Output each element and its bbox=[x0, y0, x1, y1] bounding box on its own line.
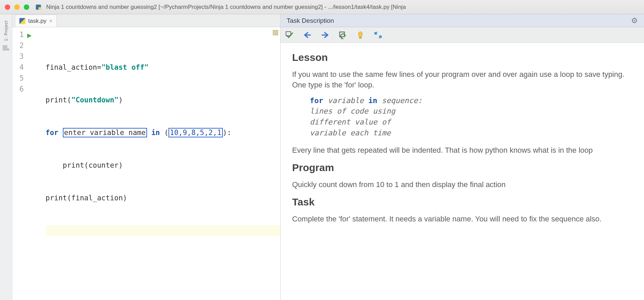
code-editor[interactable]: 1 2 3 4 5 6 ▶ final_action="blast off" p… bbox=[12, 27, 280, 300]
gutter-icons: ▶ bbox=[27, 27, 44, 300]
window-controls bbox=[5, 4, 29, 10]
python-file-icon bbox=[19, 18, 25, 24]
task-paragraph: Complete the 'for' statement. It needs a… bbox=[292, 214, 632, 224]
program-heading: Program bbox=[292, 162, 632, 173]
task-panel-header: Task Description ⚙ bbox=[281, 14, 644, 27]
lesson-code-snippet: for variable in sequence: lines of code … bbox=[310, 95, 632, 139]
code-area[interactable]: final_action="blast off" print("Countdow… bbox=[44, 27, 280, 300]
placeholder-variable-name[interactable]: enter variable name bbox=[63, 128, 147, 137]
placeholder-sequence[interactable]: 10,9,8,5,2,1 bbox=[168, 128, 223, 137]
window-title: Ninja 1 countdowns and number guessing2 … bbox=[46, 4, 406, 11]
editor-pane: task.py × 1 2 3 4 5 6 ▶ final_action="bl… bbox=[12, 14, 281, 300]
window-titlebar: Ninja 1 countdowns and number guessing2 … bbox=[0, 0, 644, 14]
collapse-icon[interactable] bbox=[374, 31, 382, 39]
task-heading: Task bbox=[292, 196, 632, 208]
tool-window-bar: 1: Project bbox=[0, 14, 12, 300]
run-line-icon[interactable]: ▶ bbox=[27, 29, 44, 41]
project-rail-icon bbox=[3, 45, 10, 51]
check-task-icon[interactable] bbox=[285, 31, 294, 39]
task-toolbar bbox=[281, 27, 644, 43]
line-number-gutter: 1 2 3 4 5 6 bbox=[12, 27, 27, 300]
task-panel-title: Task Description bbox=[287, 17, 334, 24]
previous-task-icon[interactable] bbox=[303, 31, 312, 39]
task-description-panel: Task Description ⚙ Lesson bbox=[281, 14, 644, 300]
zoom-window-button[interactable] bbox=[24, 4, 29, 10]
lesson-paragraph-1: If you want to use the same few lines of… bbox=[292, 69, 632, 90]
lesson-heading: Lesson bbox=[292, 52, 632, 63]
reset-task-icon[interactable] bbox=[338, 31, 347, 39]
svg-rect-1 bbox=[38, 7, 41, 10]
editor-marker-icon bbox=[273, 30, 278, 35]
lesson-paragraph-2: Every line that gets repeated will be in… bbox=[292, 145, 632, 156]
gear-icon[interactable]: ⚙ bbox=[631, 16, 638, 25]
next-task-icon[interactable] bbox=[321, 31, 329, 39]
caret-line bbox=[46, 225, 280, 236]
project-tool-button[interactable]: 1: Project bbox=[4, 20, 8, 41]
python-file-icon bbox=[35, 4, 41, 10]
hint-icon[interactable] bbox=[356, 31, 365, 39]
close-tab-button[interactable]: × bbox=[49, 18, 52, 24]
program-paragraph: Quickly count down from 10 to 1 and then… bbox=[292, 180, 632, 190]
minimize-window-button[interactable] bbox=[14, 4, 20, 10]
tab-label: task.py bbox=[28, 18, 47, 24]
close-window-button[interactable] bbox=[5, 4, 10, 10]
task-content: Lesson If you want to use the same few l… bbox=[281, 43, 644, 300]
editor-tab-bar: task.py × bbox=[12, 14, 280, 27]
svg-rect-6 bbox=[359, 37, 361, 38]
editor-tab-task-py[interactable]: task.py × bbox=[15, 15, 57, 27]
